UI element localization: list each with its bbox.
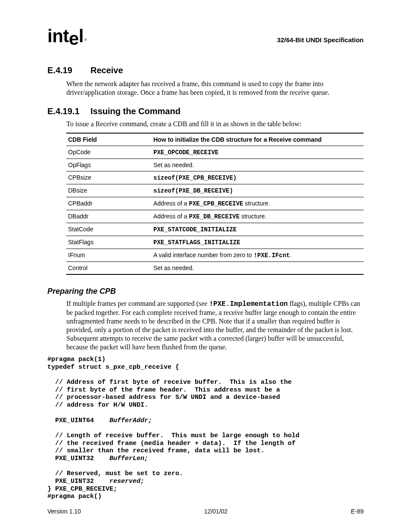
page-footer: Version 1.10 12/01/02 E-89 (47, 508, 364, 515)
section-heading-receive: E.4.19Receive (47, 65, 364, 75)
code-ref-pxe-implementation: !PXE.Implementation (209, 300, 287, 308)
subsection-heading-issuing: E.4.19.1Issuing the Command (47, 106, 364, 116)
cdb-table: CDB Field How to initialize the CDB stru… (66, 133, 364, 275)
table-cell-value: PXE_OPCODE_RECEIVE (152, 146, 364, 159)
footer-date: 12/01/02 (204, 508, 228, 515)
table-cell-value: PXE_STATFLAGS_INITIALIZE (152, 236, 364, 249)
table-cell-value: sizeof(PXE_DB_RECEIVE) (152, 184, 364, 197)
table-row: ControlSet as needed. (66, 262, 364, 275)
section-para: When the network adapter has received a … (66, 80, 364, 97)
table-cell-field: DBsize (66, 184, 152, 197)
table-cell-field: OpFlags (66, 159, 152, 171)
table-row: OpFlagsSet as needed. (66, 159, 364, 171)
table-cell-field: Control (66, 262, 152, 275)
table-cell-field: CPBaddr (66, 197, 152, 210)
table-row: CPBaddrAddress of a PXE_CPB_RECEIVE stru… (66, 197, 364, 210)
table-row: DBaddrAddress of a PXE_DB_RECEIVE struct… (66, 210, 364, 223)
intel-logo: intel® (47, 26, 86, 47)
table-cell-value: PXE_STATCODE_INITIALIZE (152, 223, 364, 236)
section-number: E.4.19 (47, 65, 90, 75)
table-cell-field: StatCode (66, 223, 152, 236)
subsection-para: To issue a Receive command, create a CDB… (66, 120, 364, 128)
footer-version: Version 1.10 (47, 508, 81, 515)
table-cell-field: CPBsize (66, 171, 152, 184)
table-cell-field: StatFlags (66, 236, 152, 249)
table-header-field: CDB Field (66, 133, 152, 146)
cdb-table-body: OpCodePXE_OPCODE_RECEIVEOpFlagsSet as ne… (66, 146, 364, 275)
subheading-preparing-cpb: Preparing the CPB (47, 287, 364, 296)
table-cell-field: DBaddr (66, 210, 152, 223)
table-cell-value: Address of a PXE_DB_RECEIVE structure. (152, 210, 364, 223)
table-cell-value: Set as needed. (152, 159, 364, 171)
table-cell-field: IFnum (66, 249, 152, 262)
subsection-title: Issuing the Command (90, 106, 181, 116)
footer-page-number: E-89 (351, 508, 364, 515)
table-row: OpCodePXE_OPCODE_RECEIVE (66, 146, 364, 159)
table-row: CPBsizesizeof(PXE_CPB_RECEIVE) (66, 171, 364, 184)
table-cell-value: sizeof(PXE_CPB_RECEIVE) (152, 171, 364, 184)
doc-title: 32/64-Bit UNDI Specification (277, 36, 364, 44)
page-header: intel® 32/64-Bit UNDI Specification (47, 26, 364, 47)
table-cell-value: Address of a PXE_CPB_RECEIVE structure. (152, 197, 364, 210)
table-row: DBsizesizeof(PXE_DB_RECEIVE) (66, 184, 364, 197)
subsection-number: E.4.19.1 (47, 106, 90, 116)
table-row: IFnumA valid interface number from zero … (66, 249, 364, 262)
para-text: If multiple frames per command are suppo… (66, 300, 209, 307)
code-block: #pragma pack(1) typedef struct s_pxe_cpb… (47, 356, 364, 501)
table-cell-value: Set as needed. (152, 262, 364, 275)
table-header-howto: How to initialize the CDB structure for … (152, 133, 364, 146)
preparing-cpb-para: If multiple frames per command are suppo… (66, 299, 364, 352)
table-cell-field: OpCode (66, 146, 152, 159)
table-row: StatCodePXE_STATCODE_INITIALIZE (66, 223, 364, 236)
table-cell-value: A valid interface number from zero to !P… (152, 249, 364, 262)
section-title: Receive (90, 65, 123, 75)
page: intel® 32/64-Bit UNDI Specification E.4.… (0, 0, 411, 532)
table-row: StatFlagsPXE_STATFLAGS_INITIALIZE (66, 236, 364, 249)
